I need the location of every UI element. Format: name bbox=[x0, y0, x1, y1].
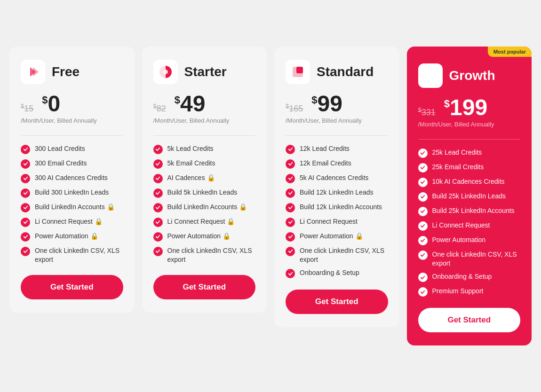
check-icon-starter-2 bbox=[153, 174, 163, 183]
feature-text-starter-2: AI Cadences 🔒 bbox=[167, 173, 215, 182]
get-started-button-standard[interactable]: Get Started bbox=[286, 290, 388, 314]
svg-point-8 bbox=[428, 70, 433, 75]
feature-item-free-1: 300 Email Credits bbox=[21, 159, 123, 169]
plan-icon-growth bbox=[418, 63, 443, 88]
feature-text-starter-3: Build 5k LinkedIn Leads bbox=[167, 188, 238, 197]
feature-text-standard-2: 5k AI Cadences Credits bbox=[300, 173, 368, 182]
feature-text-free-2: 300 AI Cadences Credits bbox=[35, 173, 108, 182]
pricing-container: Free $15 $0 /Month/User, Billed Annually… bbox=[9, 47, 532, 346]
feature-item-growth-2: 10k AI Cadences Credits bbox=[418, 177, 521, 187]
feature-text-standard-3: Build 12k LinkedIn Leads bbox=[300, 188, 373, 197]
plan-card-growth: Most popular Growth $331 $199 /Month/Use… bbox=[407, 47, 532, 346]
check-icon-growth-9 bbox=[418, 287, 428, 297]
feature-text-growth-1: 25k Email Credits bbox=[432, 163, 484, 172]
feature-text-starter-1: 5k Email Credits bbox=[167, 159, 215, 168]
check-icon-standard-8 bbox=[286, 269, 295, 278]
features-list-starter: 5k Lead Credits 5k Email Credits AI Cade bbox=[153, 144, 256, 264]
feature-item-standard-1: 12k Email Credits bbox=[286, 159, 388, 169]
check-icon-growth-8 bbox=[418, 273, 428, 282]
price-row-free: $15 $0 bbox=[21, 93, 123, 115]
check-icon-starter-0 bbox=[153, 145, 163, 154]
divider-free bbox=[21, 135, 123, 136]
feature-item-starter-6: Power Automation 🔒 bbox=[153, 232, 256, 242]
divider-growth bbox=[418, 139, 521, 140]
check-icon-starter-7 bbox=[153, 247, 163, 256]
feature-text-standard-5: Li Connect Request bbox=[300, 217, 358, 226]
feature-text-growth-0: 25k Lead Credits bbox=[432, 148, 482, 157]
plan-name-standard: Standard bbox=[317, 64, 374, 79]
get-started-button-starter[interactable]: Get Started bbox=[153, 275, 256, 299]
check-icon-growth-3 bbox=[418, 192, 428, 202]
plan-header-growth: Growth bbox=[418, 63, 521, 88]
check-icon-growth-5 bbox=[418, 221, 428, 231]
feature-item-growth-8: Onboarding & Setup bbox=[418, 272, 521, 282]
feature-item-growth-6: Power Automation bbox=[418, 235, 521, 245]
billing-info-standard: /Month/User, Billed Annually bbox=[286, 117, 388, 124]
check-icon-free-0 bbox=[21, 145, 30, 154]
plan-icon-standard bbox=[286, 60, 310, 84]
plan-name-starter: Starter bbox=[184, 64, 227, 79]
check-icon-starter-3 bbox=[153, 188, 163, 198]
feature-item-free-4: Build LinkedIn Accounts 🔒 bbox=[21, 203, 123, 212]
features-list-growth: 25k Lead Credits 25k Email Credits 10k A bbox=[418, 148, 521, 297]
feature-text-starter-7: One click LinkedIn CSV, XLS export bbox=[167, 246, 256, 264]
feature-text-standard-7: One click LinkedIn CSV, XLS export bbox=[300, 246, 388, 264]
check-icon-standard-1 bbox=[286, 159, 295, 169]
feature-text-standard-6: Power Automation 🔒 bbox=[300, 232, 363, 241]
check-icon-free-1 bbox=[21, 159, 30, 169]
feature-item-growth-7: One click LinkedIn CSV, XLS export bbox=[418, 250, 521, 268]
check-icon-standard-6 bbox=[286, 232, 295, 242]
feature-text-starter-6: Power Automation 🔒 bbox=[167, 232, 231, 241]
feature-text-growth-6: Power Automation bbox=[432, 235, 486, 244]
check-icon-growth-2 bbox=[418, 178, 428, 187]
feature-text-starter-5: Li Connect Request 🔒 bbox=[167, 217, 235, 226]
feature-text-starter-0: 5k Lead Credits bbox=[167, 144, 214, 153]
feature-item-growth-4: Build 25k LinkedIn Accounts bbox=[418, 206, 521, 216]
feature-item-starter-7: One click LinkedIn CSV, XLS export bbox=[153, 246, 256, 264]
plan-card-free: Free $15 $0 /Month/User, Billed Annually… bbox=[9, 47, 135, 313]
feature-item-standard-7: One click LinkedIn CSV, XLS export bbox=[286, 246, 388, 264]
feature-item-starter-0: 5k Lead Credits bbox=[153, 144, 256, 154]
feature-text-growth-2: 10k AI Cadences Credits bbox=[432, 177, 505, 186]
check-icon-standard-4 bbox=[286, 203, 295, 212]
feature-item-starter-2: AI Cadences 🔒 bbox=[153, 173, 256, 183]
check-icon-standard-2 bbox=[286, 174, 295, 183]
feature-item-free-0: 300 Lead Credits bbox=[21, 144, 123, 154]
billing-info-starter: /Month/User, Billed Annually bbox=[153, 117, 256, 124]
feature-item-starter-1: 5k Email Credits bbox=[153, 159, 256, 169]
plan-icon-free bbox=[21, 60, 45, 84]
check-icon-free-2 bbox=[21, 174, 30, 183]
old-price-growth: $331 bbox=[418, 106, 436, 118]
feature-item-growth-0: 25k Lead Credits bbox=[418, 148, 521, 158]
check-icon-free-3 bbox=[21, 188, 30, 198]
feature-item-starter-5: Li Connect Request 🔒 bbox=[153, 217, 256, 227]
most-popular-badge: Most popular bbox=[488, 47, 532, 57]
check-icon-free-4 bbox=[21, 203, 30, 212]
new-price-standard: $99 bbox=[311, 93, 342, 115]
feature-item-standard-5: Li Connect Request bbox=[286, 217, 388, 227]
check-icon-starter-5 bbox=[153, 218, 163, 227]
feature-item-standard-4: Build 12k LinkedIn Accounts bbox=[286, 203, 388, 212]
feature-text-free-4: Build LinkedIn Accounts 🔒 bbox=[35, 203, 115, 212]
get-started-button-growth[interactable]: Get Started bbox=[418, 308, 521, 332]
feature-item-growth-1: 25k Email Credits bbox=[418, 163, 521, 172]
feature-item-free-7: One click LinkedIn CSV, XLS export bbox=[21, 246, 123, 264]
feature-item-standard-8: Onboarding & Setup bbox=[286, 268, 388, 278]
feature-item-standard-2: 5k AI Cadences Credits bbox=[286, 173, 388, 183]
feature-text-free-7: One click LinkedIn CSV, XLS export bbox=[35, 246, 123, 264]
price-row-standard: $165 $99 bbox=[286, 93, 388, 115]
feature-text-free-1: 300 Email Credits bbox=[35, 159, 87, 168]
feature-item-starter-3: Build 5k LinkedIn Leads bbox=[153, 188, 256, 198]
feature-text-free-0: 300 Lead Credits bbox=[35, 144, 85, 153]
feature-text-growth-4: Build 25k LinkedIn Accounts bbox=[432, 206, 515, 215]
feature-item-free-3: Build 300 LinkedIn Leads bbox=[21, 188, 123, 198]
check-icon-standard-5 bbox=[286, 218, 295, 227]
plan-card-standard: Standard $165 $99 /Month/User, Billed An… bbox=[274, 47, 399, 328]
check-icon-free-6 bbox=[21, 232, 30, 242]
divider-starter bbox=[153, 135, 256, 136]
check-icon-growth-4 bbox=[418, 207, 428, 216]
check-icon-growth-1 bbox=[418, 163, 428, 172]
svg-marker-1 bbox=[33, 67, 39, 77]
get-started-button-free[interactable]: Get Started bbox=[21, 275, 123, 299]
plan-name-free: Free bbox=[52, 64, 80, 79]
